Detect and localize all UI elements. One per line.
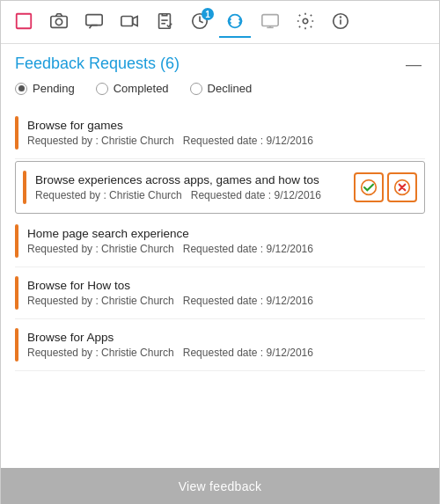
requested-by-label: Requested by : xyxy=(27,135,99,147)
svg-rect-1 xyxy=(51,17,67,28)
requested-by-label: Requested by : xyxy=(27,243,99,255)
svg-point-2 xyxy=(55,18,62,25)
item-meta: Requested by : Christie Church Requested… xyxy=(27,135,418,147)
requested-by-value: Christie Church xyxy=(101,295,174,307)
square-icon[interactable] xyxy=(8,6,40,38)
notification-badge: 1 xyxy=(202,8,214,20)
requested-date-label: Requested date : xyxy=(183,295,263,307)
svg-point-12 xyxy=(303,18,308,24)
item-meta: Requested by : Christie Church Requested… xyxy=(35,189,354,201)
svg-rect-0 xyxy=(17,14,32,29)
item-content: Browse experiences across apps, games an… xyxy=(35,173,354,201)
requested-by-value: Christie Church xyxy=(101,347,174,359)
requested-date-value: 9/12/2016 xyxy=(267,243,313,255)
filter-declined-label: Declined xyxy=(208,82,253,95)
list-item[interactable]: Browse experiences across apps, games an… xyxy=(15,161,425,214)
item-meta: Requested by : Christie Church Requested… xyxy=(27,295,418,307)
item-title: Browse for Apps xyxy=(27,331,418,344)
video-icon[interactable] xyxy=(114,6,145,38)
requested-date-label: Requested date : xyxy=(183,243,263,255)
requested-by-label: Requested by : xyxy=(27,347,99,359)
item-title: Browse for How tos xyxy=(27,279,418,292)
filter-pending-label: Pending xyxy=(33,82,75,95)
item-title: Home page search experience xyxy=(27,227,418,240)
requested-date-label: Requested date : xyxy=(183,347,263,359)
item-content: Home page search experience Requested by… xyxy=(27,227,418,255)
item-actions xyxy=(354,172,417,202)
view-feedback-button[interactable]: View feedback xyxy=(179,479,262,493)
item-accent-bar xyxy=(15,224,18,258)
info-icon[interactable] xyxy=(325,6,356,38)
requested-date-label: Requested date : xyxy=(183,135,263,147)
svg-rect-3 xyxy=(86,15,102,26)
list-item[interactable]: Browse for How tos Requested by : Christ… xyxy=(15,267,425,319)
item-content: Browse for Apps Requested by : Christie … xyxy=(27,331,418,359)
requested-by-value: Christie Church xyxy=(101,243,174,255)
page-title: Feedback Requests (6) xyxy=(15,55,180,73)
item-accent-bar xyxy=(23,171,26,204)
loop-icon[interactable] xyxy=(219,6,251,38)
item-meta: Requested by : Christie Church Requested… xyxy=(27,243,418,255)
svg-rect-4 xyxy=(121,17,133,26)
filter-completed[interactable]: Completed xyxy=(96,82,169,95)
requested-date-value: 9/12/2016 xyxy=(267,347,313,359)
requested-date-label: Requested date : xyxy=(191,189,271,201)
item-meta: Requested by : Christie Church Requested… xyxy=(27,347,418,359)
gear-icon[interactable] xyxy=(290,6,321,38)
requested-by-value: Christie Church xyxy=(101,135,174,147)
clock-icon[interactable]: 1 xyxy=(184,6,216,38)
svg-rect-9 xyxy=(262,15,278,26)
requested-by-value: Christie Church xyxy=(109,189,182,201)
comment-icon[interactable] xyxy=(78,6,110,38)
accept-button[interactable] xyxy=(354,172,384,202)
svg-point-15 xyxy=(341,17,341,18)
clipboard-icon[interactable] xyxy=(149,6,180,38)
radio-pending xyxy=(15,83,27,95)
requested-by-label: Requested by : xyxy=(35,189,106,201)
item-title: Browse experiences across apps, games an… xyxy=(35,173,354,186)
filter-row: Pending Completed Declined xyxy=(15,82,425,95)
radio-completed xyxy=(96,83,108,95)
camera-icon[interactable] xyxy=(43,6,75,38)
minimize-button[interactable]: — xyxy=(402,56,425,72)
item-accent-bar xyxy=(15,328,18,362)
item-content: Browse for games Requested by : Christie… xyxy=(27,119,418,147)
filter-completed-label: Completed xyxy=(114,82,169,95)
radio-declined xyxy=(190,83,202,95)
header-row: Feedback Requests (6) — xyxy=(15,55,425,73)
monitor-icon[interactable] xyxy=(254,6,286,38)
filter-pending[interactable]: Pending xyxy=(15,82,75,95)
item-accent-bar xyxy=(15,116,18,150)
list-item[interactable]: Browse for games Requested by : Christie… xyxy=(15,107,425,159)
toolbar: 1 xyxy=(1,1,439,44)
list-item[interactable]: Home page search experience Requested by… xyxy=(15,215,425,267)
feedback-list: Browse for games Requested by : Christie… xyxy=(15,107,425,371)
filter-declined[interactable]: Declined xyxy=(190,82,253,95)
requested-by-label: Requested by : xyxy=(27,295,99,307)
list-item[interactable]: Browse for Apps Requested by : Christie … xyxy=(15,319,425,371)
requested-date-value: 9/12/2016 xyxy=(267,295,313,307)
requested-date-value: 9/12/2016 xyxy=(267,135,313,147)
decline-button[interactable] xyxy=(387,172,417,202)
bottom-bar: View feedback xyxy=(1,468,439,504)
item-content: Browse for How tos Requested by : Christ… xyxy=(27,279,418,307)
item-title: Browse for games xyxy=(27,119,418,132)
main-content: Feedback Requests (6) — Pending Complete… xyxy=(1,44,439,371)
item-accent-bar xyxy=(15,276,18,310)
requested-date-value: 9/12/2016 xyxy=(275,189,321,201)
